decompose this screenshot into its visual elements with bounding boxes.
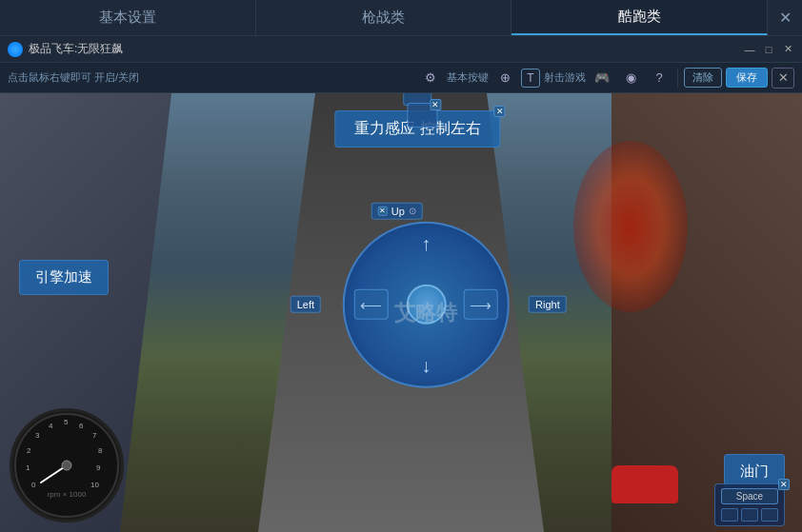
space-close[interactable]: ✕ [778, 479, 790, 490]
toolbar-hint: 点击鼠标右键即可 开启/关闭 [8, 70, 412, 85]
left-label: Left [291, 296, 321, 313]
joystick-icon[interactable]: 🎮 [590, 68, 614, 89]
space-key-container: ✕ Space [714, 483, 785, 526]
minimize-button[interactable]: — [743, 43, 756, 56]
space-key[interactable]: Space [721, 488, 778, 504]
toolbar: 点击鼠标右键即可 开启/关闭 ⚙ 基本按键 ⊕ T 射击游戏 🎮 ◉ ? 清除 … [0, 63, 802, 93]
gravity-box-close[interactable]: ✕ [430, 99, 441, 110]
dpad-left-button[interactable]: ⟵ [354, 289, 389, 320]
up-label-close[interactable]: ✕ [378, 206, 388, 215]
shoot-game-label: 射击游戏 [544, 70, 586, 85]
tachometer-svg: rpm × 1000 0 1 2 3 4 5 6 7 8 9 10 [12, 411, 121, 520]
svg-text:0: 0 [31, 481, 36, 489]
dpad-center [406, 285, 446, 325]
clear-button[interactable]: 清除 [684, 68, 722, 88]
save-button[interactable]: 保存 [726, 68, 768, 88]
top-close-button[interactable]: ✕ [768, 0, 802, 35]
space-pad-right [761, 508, 778, 522]
up-label: ✕ Up ⊙ [371, 202, 423, 219]
tachometer-dial: rpm × 1000 0 1 2 3 4 5 6 7 8 9 10 [10, 408, 124, 522]
dpad-down-arrow[interactable]: ↓ [421, 354, 431, 376]
dpad-up-arrow[interactable]: ↑ [421, 232, 431, 254]
top-tab-bar: 基本设置 枪战类 酷跑类 ✕ [0, 0, 802, 36]
toolbar-separator [677, 69, 678, 88]
maximize-button[interactable]: □ [762, 43, 775, 56]
svg-text:8: 8 [98, 446, 103, 455]
basic-key-label: 基本按键 [447, 70, 489, 85]
t-button[interactable]: T [521, 69, 540, 88]
svg-text:6: 6 [79, 422, 84, 430]
svg-point-14 [62, 461, 71, 470]
svg-text:4: 4 [49, 422, 53, 430]
engine-label: 引擎加速 [19, 260, 109, 295]
dpad-circle: ↑ ↓ ⟵ ⟶ [343, 221, 510, 387]
gravity-indicator-box: ✕ [407, 103, 437, 128]
main-window: 极品飞车:无限狂飙 — □ ✕ 点击鼠标右键即可 开启/关闭 ⚙ 基本按键 ⊕ … [0, 36, 802, 532]
config-icon[interactable]: ◉ [618, 68, 643, 89]
tab-basic[interactable]: 基本设置 [0, 0, 256, 35]
svg-text:2: 2 [27, 446, 31, 455]
space-pad-left [721, 508, 738, 522]
right-label: Right [529, 296, 567, 313]
close-toolbar-button[interactable]: ✕ [772, 68, 794, 89]
space-pad-center [741, 508, 758, 522]
tab-shooting[interactable]: 枪战类 [256, 0, 512, 35]
red-car [612, 465, 678, 503]
settings-icon[interactable]: ⚙ [418, 68, 443, 89]
tab-racing[interactable]: 酷跑类 [511, 0, 768, 35]
gravity-label-close[interactable]: ✕ [494, 106, 506, 117]
help-icon[interactable]: ? [647, 68, 672, 89]
svg-text:7: 7 [92, 431, 97, 440]
dpad-container: ↑ ↓ ⟵ ⟶ ✕ Up ⊙ Left Right [343, 221, 510, 387]
svg-text:5: 5 [64, 418, 69, 426]
add-icon[interactable]: ⊕ [492, 68, 517, 89]
explosion-effect [573, 141, 688, 312]
svg-text:9: 9 [96, 463, 101, 472]
svg-text:rpm × 1000: rpm × 1000 [48, 490, 87, 499]
window-titlebar: 极品飞车:无限狂飙 — □ ✕ [0, 36, 802, 63]
game-area: rpm × 1000 0 1 2 3 4 5 6 7 8 9 10 [0, 93, 802, 532]
svg-text:3: 3 [35, 431, 40, 440]
svg-text:1: 1 [26, 463, 30, 472]
close-window-button[interactable]: ✕ [781, 43, 794, 56]
dpad-right-button[interactable]: ⟶ [464, 289, 498, 320]
tachometer: rpm × 1000 0 1 2 3 4 5 6 7 8 9 10 [10, 408, 124, 522]
app-icon [8, 42, 23, 57]
window-controls: — □ ✕ [743, 43, 794, 56]
svg-text:10: 10 [90, 481, 99, 489]
window-title: 极品飞车:无限狂飙 [29, 41, 743, 57]
toolbar-icons: ⚙ 基本按键 ⊕ T 射击游戏 🎮 ◉ ? 清除 保存 ✕ [418, 68, 794, 89]
